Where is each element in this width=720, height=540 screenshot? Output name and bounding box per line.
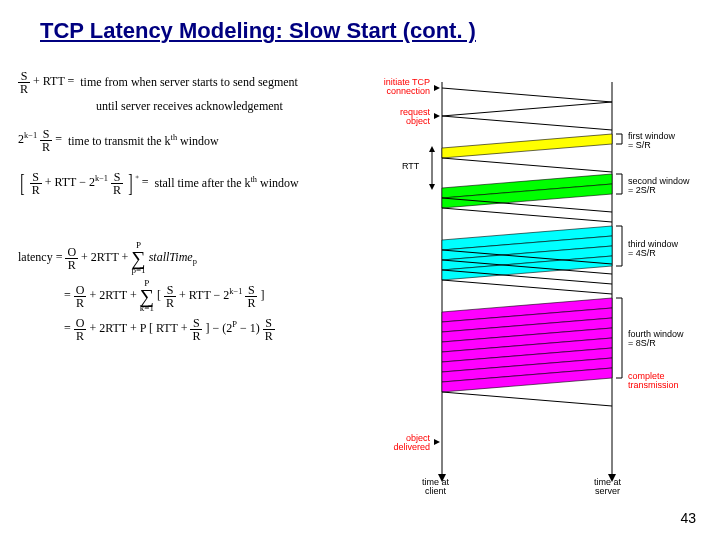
svg-marker-32 <box>429 184 435 190</box>
latency-line3: = OR + 2RTT + P [ RTT + SR ] − (2P − 1) … <box>64 317 378 342</box>
label-complete: completetransmission <box>628 372 679 391</box>
slide: TCP Latency Modeling: Slow Start (cont. … <box>0 0 720 540</box>
svg-line-8 <box>442 158 612 172</box>
label-initiate: initiate TCPconnection <box>376 78 430 97</box>
eq-transmit: 2k−1 SR = time to transmit the kth windo… <box>18 128 378 153</box>
label-request: requestobject <box>376 108 430 127</box>
latency-line1: latency = OR + 2RTT + P∑p=1 stallTimep <box>18 241 378 275</box>
eq-rtt-line2: until server receives acknowledgement <box>96 99 378 114</box>
svg-marker-33 <box>434 85 440 91</box>
label-rtt: RTT <box>402 162 419 171</box>
svg-marker-35 <box>434 439 440 445</box>
eq-stall: [ SR + RTT − 2k−1 SR ]⁺ = stall time aft… <box>18 165 378 201</box>
svg-marker-31 <box>429 146 435 152</box>
label-delivered: objectdelivered <box>376 434 430 453</box>
svg-line-6 <box>442 116 612 130</box>
equations-column: SR + RTT = time from when server starts … <box>18 70 378 346</box>
label-time-client: time atclient <box>422 478 449 497</box>
timing-diagram: initiate TCPconnection requestobject RTT… <box>382 82 702 492</box>
svg-line-29 <box>442 392 612 406</box>
svg-line-4 <box>442 88 612 102</box>
label-w2: second window= 2S/R <box>628 177 690 196</box>
slide-title: TCP Latency Modeling: Slow Start (cont. … <box>0 0 720 44</box>
svg-marker-7 <box>442 134 612 158</box>
label-w4: fourth window= 8S/R <box>628 330 684 349</box>
svg-marker-34 <box>434 113 440 119</box>
label-w1: first window= S/R <box>628 132 675 151</box>
svg-line-5 <box>442 102 612 116</box>
label-time-server: time atserver <box>594 478 621 497</box>
eq-rtt: SR + RTT = time from when server starts … <box>18 70 378 95</box>
latency-block: latency = OR + 2RTT + P∑p=1 stallTimep =… <box>18 241 378 342</box>
label-w3: third window= 4S/R <box>628 240 678 259</box>
page-number: 43 <box>680 510 696 526</box>
latency-line2: = OR + 2RTT + P∑k=1 [ SR + RTT − 2k−1 SR… <box>64 279 378 313</box>
